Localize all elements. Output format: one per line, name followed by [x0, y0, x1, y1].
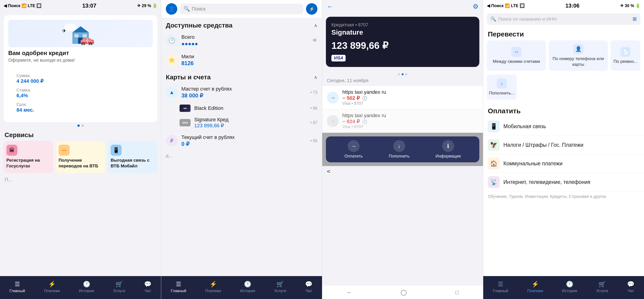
status-bar-1: ◀ Поиск 📶 LTE 🔲 13:07 ✈ 29 % 🔋 [0, 0, 161, 12]
card-dot-2 [405, 73, 407, 75]
down-chevron[interactable]: ∨ [326, 169, 332, 174]
nav-chat-2[interactable]: 💬 Чат [305, 281, 312, 293]
settings-button[interactable] [473, 3, 478, 10]
expand-icon: ▲ [169, 89, 174, 95]
total-info: Всего ●●●●● [182, 34, 309, 47]
search-bar-p2[interactable]: 🔍 Поиск [180, 4, 303, 14]
action-pay[interactable]: → Оплатить [344, 140, 363, 159]
nav-home-2[interactable]: ☰ Главный [171, 281, 186, 293]
pay-taxes[interactable]: 🦅 Налоги / Штрафы / Гос. Платежи [483, 136, 644, 154]
nav-payments-icon-1: ⚡ [48, 281, 56, 288]
master-account[interactable]: ▲ Мастер счет в рублях 38 000 ₽ • 73 [161, 83, 322, 102]
search-placeholder-p2: Поиск [192, 6, 206, 12]
android-home[interactable]: ◯ [400, 289, 407, 295]
nav-home-icon-1: ☰ [15, 281, 20, 288]
current-account[interactable]: ₽ Текущий счет в рублях 0 ₽ • 55 [161, 131, 322, 151]
nav-payments-1[interactable]: ⚡ Платежи [44, 281, 60, 293]
service-card-2[interactable]: 📱 Выгодная связь с ВТБ Мобайл [108, 141, 157, 173]
promo-stats: Сумма: 4 244 000 ₽ Ставка: 6,4% Срок: 84… [12, 69, 149, 118]
trans-card-0: Visa • 8707 [342, 101, 478, 106]
transfer-details[interactable]: 📄 По реквиз... [610, 40, 640, 71]
nav-home-1[interactable]: ☰ Главный [10, 281, 25, 293]
user-avatar[interactable]: 👤 [166, 3, 177, 15]
stat-value-0: 4 244 000 ₽ [16, 78, 144, 84]
stat-value-2: 84 мес. [16, 107, 144, 113]
pay-taxes-icon: 🦅 [488, 139, 500, 151]
battery-1: ✈ 29 % 🔋 [137, 3, 157, 8]
stat-value-1: 6,4% [16, 93, 144, 99]
nav-history-2[interactable]: 🕐 История [240, 281, 255, 293]
card-dot-1 [402, 73, 404, 75]
nav-payments-4[interactable]: ⚡ Платежи [527, 281, 543, 293]
miles-item[interactable]: ⭐ Мили 8126 [161, 51, 322, 70]
trans-arrow-1: → [330, 118, 336, 124]
transfer-phone[interactable]: 👤 По номеру телефона или карты [549, 40, 608, 71]
carrier-1: ◀ Поиск 📶 LTE 🔲 [4, 3, 42, 8]
nav-history-label-2: История [240, 289, 255, 293]
qr-icon[interactable]: ⊞ [632, 16, 637, 22]
transfer-title: Перевести [483, 27, 644, 40]
trans-icon-0: → [327, 92, 339, 104]
services-title: Сервисы [0, 127, 161, 141]
master-name: Мастер счет в рублях [182, 86, 307, 92]
clock-icon: 🕐 [168, 37, 175, 44]
header-action-btn[interactable]: ⚡ [306, 3, 318, 15]
trans-arrow-0: → [330, 95, 336, 101]
nav-chat-1[interactable]: 💬 Чат [144, 281, 152, 293]
chevron-cards[interactable] [314, 75, 318, 80]
nav-chat-4[interactable]: 💬 Чат [627, 281, 634, 293]
miles-label: Мили [182, 54, 318, 60]
nav-home-icon-4: ☰ [498, 281, 503, 288]
nav-services-1[interactable]: 🛒 Услуги [113, 281, 125, 293]
nav-history-4[interactable]: 🕐 История [562, 281, 577, 293]
nav-services-2[interactable]: 🛒 Услуги [274, 281, 286, 293]
nav-payments-2[interactable]: ⚡ Платежи [205, 281, 221, 293]
bottom-nav-1: ☰ Главный ⚡ Платежи 🕐 История 🛒 Услуги 💬… [0, 276, 161, 299]
service-card-0[interactable]: 🏛 Регистрация на Госуслугах [4, 141, 53, 173]
master-expand-icon[interactable]: ▲ [166, 86, 178, 98]
service-icon-2: 📱 [110, 145, 122, 156]
nav-history-1[interactable]: 🕐 История [79, 281, 94, 293]
total-icon: 🕐 [166, 35, 178, 47]
pay-utilities-label: Коммунальные платежи [504, 160, 562, 167]
bottom-nav-4: ☰ Главный ⚡ Платежи 🕐 История 🛒 Услуги 💬… [483, 276, 644, 299]
hero-card[interactable]: ✈ Вам одобрен кредит Оформите, не выходя… [4, 15, 157, 122]
transfer-topup[interactable]: ↓ Пополнить... [487, 75, 517, 100]
black-card-icon: ●● [180, 105, 190, 112]
visa-logo-small: VISA [182, 121, 188, 124]
search-icon-p2: 🔍 [184, 6, 190, 12]
action-info[interactable]: ℹ Информация [436, 140, 461, 159]
android-back[interactable]: ← [346, 289, 352, 295]
pay-utilities[interactable]: 🏠 Коммунальные платежи [483, 154, 644, 173]
transaction-1[interactable]: → https taxi yandex ru − 824 ₽ 🕐 Visa • … [322, 109, 483, 133]
trans-info-1: https taxi yandex ru − 824 ₽ 🕐 Visa • 87… [342, 113, 478, 129]
pay-mobile[interactable]: 📱 Мобильная связь [483, 117, 644, 136]
transaction-0[interactable]: → https taxi yandex ru − 502 ₽ 🕐 Visa • … [322, 86, 483, 109]
eye-toggle[interactable]: 👁 [312, 38, 318, 44]
black-edition-card[interactable]: ●● Black Edition • 96 [161, 102, 322, 114]
pay-internet[interactable]: 📡 Интернет, телевидение, телефония [483, 173, 644, 191]
nav-history-icon-1: 🕐 [83, 281, 90, 288]
trans-amount-0: − 502 ₽ 🕐 [342, 95, 478, 101]
action-pay-icon: → [348, 140, 360, 152]
signature-card[interactable]: VISA Signature Кред 123 899,66 ₽ • 87 [161, 114, 322, 131]
android-recent[interactable]: □ [455, 289, 459, 295]
back-button[interactable] [327, 3, 333, 10]
nav-services-4[interactable]: 🛒 Услуги [596, 281, 608, 293]
search-bar-4[interactable]: 🔍 Поиск по названию и ИНН ⊞ [487, 13, 640, 25]
nav-chat-icon-2: 💬 [305, 281, 312, 288]
nav-home-4[interactable]: ☰ Главный [493, 281, 508, 293]
action-topup[interactable]: ↓ Пополнить [389, 140, 410, 159]
transfer-own[interactable]: ↔ Между своими счетами [487, 40, 546, 71]
panel-accounts: 👤 🔍 Поиск ⚡ Доступные средства 🕐 Всего ●… [161, 0, 322, 299]
chevron-funds[interactable] [314, 23, 318, 28]
service-card-1[interactable]: ↔ Получение переводов на ВТБ [56, 141, 105, 173]
more-pay-items: Обучение, Туризм, Инвестиции, Кредиты, С… [483, 191, 644, 222]
nav-chat-icon-1: 💬 [144, 281, 152, 288]
total-value: ●●●●● [182, 41, 309, 47]
total-item[interactable]: 🕐 Всего ●●●●● 👁 [161, 31, 322, 51]
pay-taxes-label: Налоги / Штрафы / Гос. Платежи [504, 142, 583, 148]
stat-label-2: Срок: [16, 102, 144, 107]
service-icon-0: 🏛 [6, 145, 18, 156]
trans-card-1: Visa • 8707 [342, 125, 478, 129]
